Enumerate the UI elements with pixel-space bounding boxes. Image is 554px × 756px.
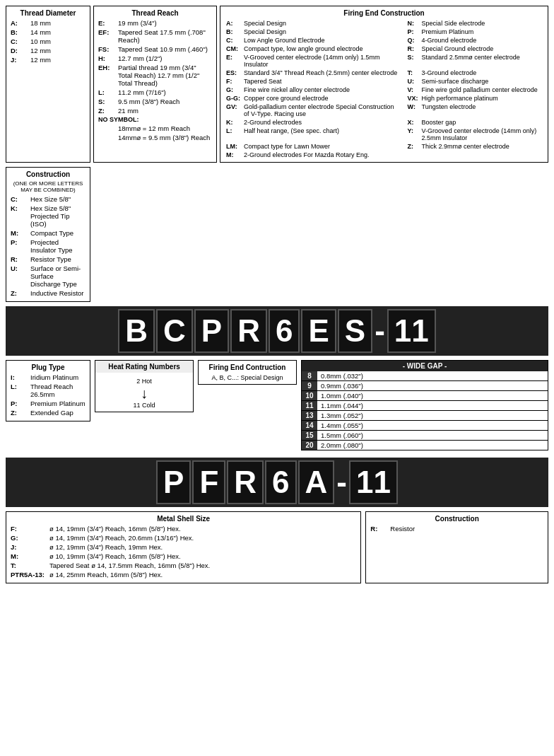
wide-gap-number: 14 — [302, 421, 317, 430]
wide-gap-number: 20 — [302, 441, 317, 450]
wide-gap-number: 8 — [302, 371, 317, 380]
entry-text: ø 14, 19mm (3/4") Reach, 16mm (5/8") Hex… — [49, 525, 356, 533]
thread-reach-entry: EH:Partial thread 19 mm (3/4" Total Reac… — [98, 64, 212, 87]
entry-text: Standard 3/4" Thread Reach (2.5mm) cente… — [242, 69, 406, 77]
entry-label: F: — [225, 77, 242, 86]
entry-text: 2-Ground electrodes For Mazda Rotary Eng… — [242, 151, 406, 159]
thread-reach-entry: S:9.5 mm (3/8") Reach — [98, 98, 212, 105]
metal-shell-title: Metal Shell Size — [11, 515, 356, 523]
entry-label: U: — [406, 77, 420, 86]
spark-letter: R — [230, 309, 267, 353]
entry-label: I: — [11, 373, 30, 381]
bottom-section: Metal Shell Size F:ø 14, 19mm (3/4") Rea… — [6, 511, 548, 583]
list-item: 151.5mm (.060") — [301, 431, 548, 441]
spark-letter: - — [335, 462, 348, 503]
wide-gap-number: 13 — [302, 411, 317, 420]
entry-text: Thread Reach 26.5mm — [30, 383, 86, 398]
table-row: M: 2-Ground electrodes For Mazda Rotary … — [225, 151, 543, 159]
entry-text: Copper core ground electrode — [242, 94, 406, 103]
spark-letter: 11 — [387, 309, 436, 353]
spark-letter: A — [298, 460, 335, 504]
entry-label: E: — [98, 19, 118, 27]
wide-gap-number: 15 — [302, 431, 317, 440]
entry-label: Z: — [406, 142, 420, 151]
entry-text: Resistor Type — [30, 255, 86, 263]
wide-gap-value: 0.8mm (.032") — [317, 371, 367, 380]
entry-label: D: — [11, 47, 30, 54]
entry-text: Half heat range, (See spec. chart) — [242, 127, 406, 142]
thread-reach-spacer — [93, 167, 217, 302]
entry-text: Special Ground electrode — [420, 45, 543, 53]
entry-label: FS: — [98, 45, 118, 53]
entry-text: Surface or Semi-Surface Discharge Type — [30, 264, 86, 288]
spark-code-2: PFR6A-11 — [155, 460, 399, 504]
middle-section: Construction (ONE OR MORE LETTERS MAY BE… — [6, 167, 548, 302]
firing-end-title: Firing End Construction — [225, 9, 543, 17]
entry-text: Projected Insulator Type — [30, 238, 86, 254]
metal-shell-entry: M:ø 10, 19mm (3/4") Reach, 16mm (5/8") H… — [11, 552, 356, 560]
entry-text: ø 14, 25mm Reach, 16mm (5/8") Hex. — [49, 571, 356, 578]
list-item: 131.3mm (.052") — [301, 411, 548, 421]
thread-reach-entry: E:19 mm (3/4") — [98, 19, 212, 27]
entry-text: 19 mm (3/4") — [118, 19, 212, 27]
entry-text: Special Side electrode — [420, 19, 543, 28]
plug-type-box: Plug Type I:Iridium PlatinumL:Thread Rea… — [6, 360, 90, 421]
entry-label: EH: — [98, 64, 118, 87]
plug-type-entry: P:Premium Platinum — [11, 400, 86, 407]
entry-text: 9.5 mm (3/8") Reach — [118, 98, 212, 105]
entry-label — [98, 124, 118, 132]
thread-diameter-entry: A:18 mm — [11, 19, 86, 27]
entry-text — [420, 151, 543, 159]
metal-shell-entry: G:ø 14, 19mm (3/4") Reach, 20.6mm (13/16… — [11, 534, 356, 542]
construction-bottom-box: Construction R:Resistor — [365, 511, 548, 583]
thread-reach-entry: FS:Tapered Seat 10.9 mm (.460") — [98, 45, 212, 53]
entry-text: Hex Size 5/8" — [30, 195, 86, 203]
entry-label: Z: — [98, 107, 118, 115]
entry-text: 14mmø = 9.5 mm (3/8") Reach — [118, 134, 212, 141]
heat-arrow-down: ↓ — [141, 386, 148, 400]
entry-text: Low Angle Ground Electrode — [242, 36, 406, 45]
entry-text: 18 mm — [30, 19, 86, 27]
table-row: C: Low Angle Ground Electrode Q: 4-Groun… — [225, 36, 543, 45]
entry-text: Iridium Platinum — [30, 373, 86, 381]
table-row: A: Special Design N: Special Side electr… — [225, 19, 543, 28]
spark-letter: 11 — [349, 460, 398, 504]
entry-text: 2-Ground electrodes — [242, 118, 406, 127]
page-wrapper: Thread Diameter A:18 mmB:14 mmC:10 mmD:1… — [6, 6, 548, 583]
wide-gap-number: 9 — [302, 381, 317, 390]
entry-label: Y: — [406, 127, 420, 142]
table-row: ES: Standard 3/4" Thread Reach (2.5mm) c… — [225, 69, 543, 77]
entry-text: Resistor — [390, 525, 543, 533]
wide-gap-number: 10 — [302, 391, 317, 400]
spark-letter: C — [156, 309, 193, 353]
entry-text: Tungsten electrode — [420, 103, 543, 118]
thread-reach-box: Thread Reach E:19 mm (3/4")EF:Tapered Se… — [93, 6, 217, 163]
wide-gap-value: 1.3mm (.052") — [317, 411, 367, 420]
spark-letter: - — [373, 310, 387, 351]
firing-end-construction-lower-box: Firing End Contruction A, B, C...: Speci… — [198, 360, 297, 385]
entry-label: M: — [11, 552, 49, 560]
entry-label: P: — [11, 400, 30, 407]
entry-text: 18mmø = 12 mm Reach — [118, 124, 212, 132]
spark-letter: P — [194, 309, 229, 353]
entry-text: 3-Ground electrode — [420, 69, 543, 77]
entry-label — [98, 134, 118, 141]
entry-text: 11.2 mm (7/16") — [118, 88, 212, 96]
entry-text: V-Grooved center electrode (14mm only) 2… — [420, 127, 543, 142]
entry-label: T: — [406, 69, 420, 77]
metal-shell-entry: PTR5A-13:ø 14, 25mm Reach, 16mm (5/8") H… — [11, 571, 356, 578]
construction-bottom-title: Construction — [370, 515, 543, 523]
entry-text: Tapered Seat 17.5 mm (.708" Reach) — [118, 28, 212, 44]
plug-type-entry: Z:Extended Gap — [11, 409, 86, 417]
entry-label — [406, 151, 420, 159]
entry-text: Premium Platinum — [30, 400, 86, 407]
firing-end-lower-text: A, B, C...: Special Design — [201, 374, 293, 381]
entry-label: R: — [11, 255, 30, 263]
wide-gap-section: - WIDE GAP - 80.8mm (.032")90.9mm (.036"… — [301, 360, 548, 450]
spark-letter: B — [118, 309, 155, 353]
entry-label: T: — [11, 562, 49, 569]
table-row: LM: Compact type for Lawn Mower Z: Thick… — [225, 142, 543, 151]
construction-subtitle: (ONE OR MORE LETTERS MAY BE COMBINED) — [11, 180, 86, 193]
entry-label: E: — [225, 53, 242, 69]
entry-text: Hex Size 5/8" Projected Tip (ISO) — [30, 204, 86, 228]
